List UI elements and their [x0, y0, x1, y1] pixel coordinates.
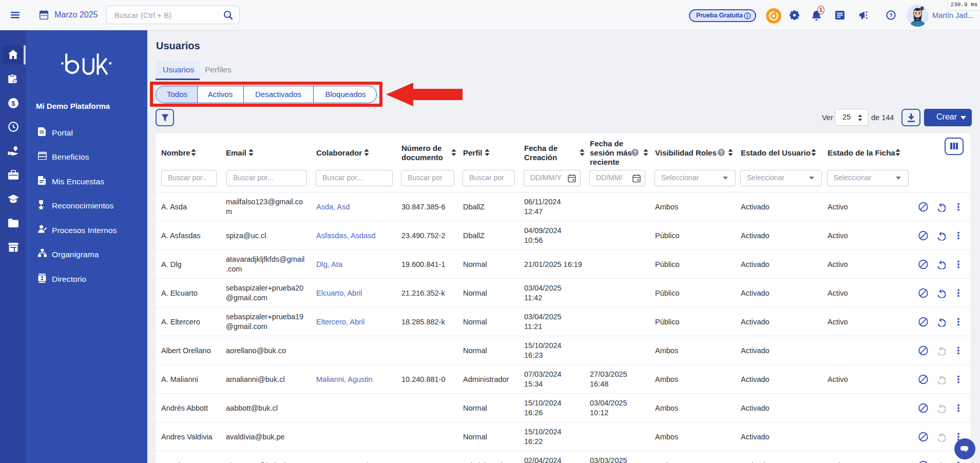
svg-text:?: ? — [889, 12, 893, 18]
svg-text:$: $ — [11, 100, 15, 107]
